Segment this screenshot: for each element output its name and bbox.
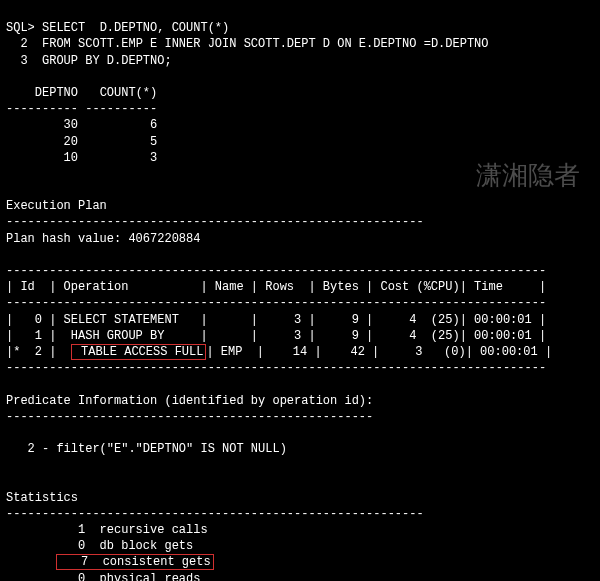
cell: 3 (150, 151, 157, 165)
sql-line-3-num: 3 (20, 54, 27, 68)
sql-line-2: FROM SCOTT.EMP E INNER JOIN SCOTT.DEPT D… (42, 37, 488, 51)
divider: ----------------------------------------… (6, 507, 424, 521)
plan-sep: ----------------------------------------… (6, 264, 546, 278)
section-predicate: Predicate Information (identified by ope… (6, 394, 373, 408)
stats-rows: 1 recursive calls 0 db block gets 7 cons… (6, 523, 373, 581)
section-statistics: Statistics (6, 491, 78, 505)
plan-row-2a: |* 2 | (6, 345, 71, 359)
col-dash: ---------- (85, 102, 157, 116)
cell: 5 (150, 135, 157, 149)
plan-row-1: | 1 | HASH GROUP BY | | 3 | 9 | 4 (25)| … (6, 329, 546, 343)
sql-prompt: SQL> (6, 21, 35, 35)
sql-line-1: SELECT D.DEPTNO, COUNT(*) (42, 21, 229, 35)
plan-hash: Plan hash value: 4067220884 (6, 232, 200, 246)
cell: 6 (150, 118, 157, 132)
plan-row-0: | 0 | SELECT STATEMENT | | 3 | 9 | 4 (25… (6, 313, 546, 327)
stat-highlight: 7 consistent gets (56, 554, 213, 570)
divider: ----------------------------------------… (6, 215, 424, 229)
plan-sep: ----------------------------------------… (6, 361, 546, 375)
plan-sep: ----------------------------------------… (6, 296, 546, 310)
col-header-count: COUNT(*) (100, 86, 158, 100)
cell: 20 (64, 135, 78, 149)
col-dash: ---------- (6, 102, 78, 116)
section-exec-plan: Execution Plan (6, 199, 107, 213)
plan-header: | Id | Operation | Name | Rows | Bytes |… (6, 280, 546, 294)
sql-line-3: GROUP BY D.DEPTNO; (42, 54, 172, 68)
watermark: 潇湘隐者 (476, 158, 580, 193)
col-header-deptno: DEPTNO (35, 86, 78, 100)
cell: 10 (64, 151, 78, 165)
cell: 30 (64, 118, 78, 132)
terminal-output: SQL> SELECT D.DEPTNO, COUNT(*) 2 FROM SC… (0, 0, 600, 581)
plan-row-2b: | EMP | 14 | 42 | 3 (0)| 00:00:01 | (206, 345, 552, 359)
sql-line-2-num: 2 (20, 37, 27, 51)
plan-row-2-highlight: TABLE ACCESS FULL (71, 344, 207, 360)
predicate-line: 2 - filter("E"."DEPTNO" IS NOT NULL) (6, 442, 287, 456)
